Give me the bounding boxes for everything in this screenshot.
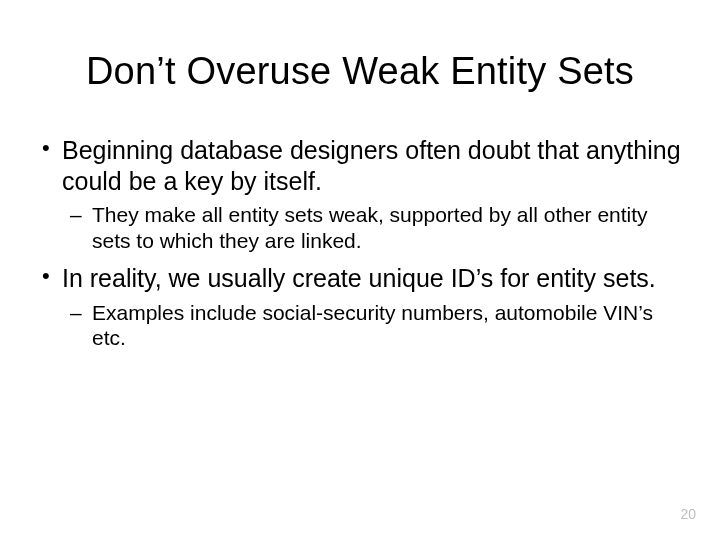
sub-bullet-text: Examples include social-security numbers… bbox=[92, 301, 653, 350]
list-item: They make all entity sets weak, supporte… bbox=[62, 202, 684, 253]
slide-title: Don’t Overuse Weak Entity Sets bbox=[36, 50, 684, 93]
list-item: Examples include social-security numbers… bbox=[62, 300, 684, 351]
bullet-list: Beginning database designers often doubt… bbox=[36, 135, 684, 351]
sub-bullet-list: Examples include social-security numbers… bbox=[62, 300, 684, 351]
list-item: In reality, we usually create unique ID’… bbox=[36, 263, 684, 351]
bullet-text: Beginning database designers often doubt… bbox=[62, 136, 681, 195]
bullet-text: In reality, we usually create unique ID’… bbox=[62, 264, 656, 292]
sub-bullet-list: They make all entity sets weak, supporte… bbox=[62, 202, 684, 253]
page-number: 20 bbox=[680, 506, 696, 522]
sub-bullet-text: They make all entity sets weak, supporte… bbox=[92, 203, 648, 252]
list-item: Beginning database designers often doubt… bbox=[36, 135, 684, 253]
